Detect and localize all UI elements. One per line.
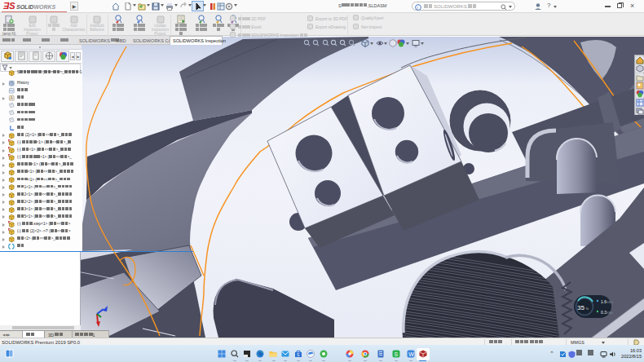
svg-text:KB/s: KB/s (607, 311, 613, 315)
svg-text:S: S (395, 351, 399, 357)
svg-text:W: W (408, 351, 414, 357)
svg-text:0.3: 0.3 (601, 310, 607, 315)
svg-text:1.6: 1.6 (601, 299, 607, 304)
svg-text:%: % (586, 307, 589, 311)
svg-text:35: 35 (577, 304, 584, 311)
svg-text:KB/s: KB/s (607, 301, 613, 304)
